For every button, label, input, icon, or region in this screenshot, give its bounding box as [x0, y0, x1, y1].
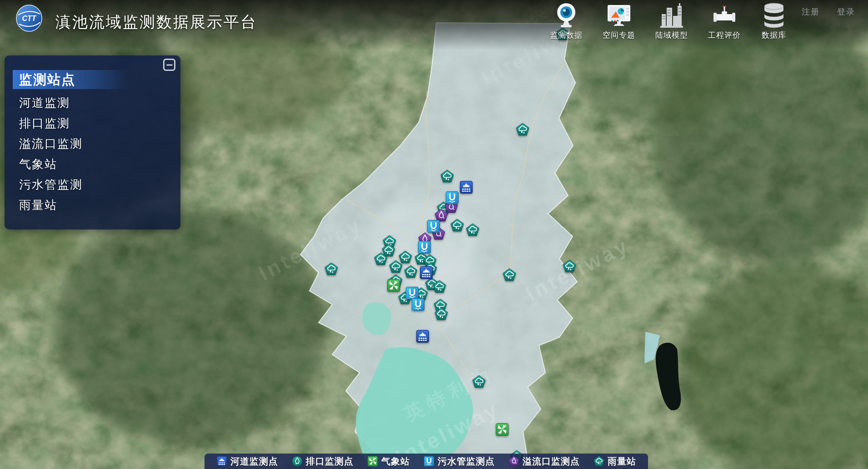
legend-item-overflow[interactable]: 溢流口监测点: [509, 455, 580, 468]
legend-label: 溢流口监测点: [523, 455, 580, 468]
panel-item-weather-station[interactable]: 气象站: [19, 154, 180, 175]
page-title: 滇池流域监测数据展示平台: [55, 12, 257, 33]
rain-station-marker[interactable]: [404, 265, 418, 279]
legend-item-river[interactable]: 河道监测点: [216, 455, 278, 468]
rain-station-marker[interactable]: [450, 219, 464, 232]
panel-item-outfall-monitoring[interactable]: 排口监测: [19, 113, 180, 134]
rain-station-marker[interactable]: [374, 252, 388, 266]
outfall-station-icon: [292, 456, 303, 467]
svg-text:CTT: CTT: [22, 15, 36, 22]
rain-station-marker[interactable]: [440, 170, 454, 183]
legend-item-weather[interactable]: 气象站: [367, 455, 410, 468]
rain-station-marker[interactable]: [433, 280, 446, 294]
auth-links: 注册 登录: [802, 6, 855, 17]
rain-station-marker[interactable]: [466, 223, 479, 237]
river-station-icon: [216, 456, 227, 467]
nav-item-project-evaluation[interactable]: 工程评价: [708, 2, 741, 40]
rain-station-marker[interactable]: [434, 307, 448, 321]
legend-label: 河道监测点: [230, 455, 278, 468]
panel-title[interactable]: 监测站点: [13, 70, 127, 89]
login-link[interactable]: 登录: [837, 6, 855, 17]
nav-label: 工程评价: [708, 30, 741, 40]
river-station-marker[interactable]: [459, 180, 473, 194]
legend-item-rain[interactable]: 雨量站: [594, 455, 636, 468]
panel-item-river-monitoring[interactable]: 河道监测: [19, 93, 180, 113]
header: CTT 滇池流域监测数据展示平台 监测数据: [0, 0, 868, 43]
nav-item-spatial-theme[interactable]: 空间专题: [603, 2, 635, 40]
weather-station-marker[interactable]: [495, 423, 509, 436]
nav-label: 陆域模型: [655, 30, 688, 40]
rain-station-marker[interactable]: [389, 260, 403, 274]
rain-station-marker[interactable]: [324, 262, 338, 276]
legend-item-sewage[interactable]: 污水管监测点: [424, 455, 495, 468]
nav-item-land-model[interactable]: 陆域模型: [655, 2, 688, 40]
panel-item-rain-station[interactable]: 雨量站: [19, 195, 180, 215]
legend-label: 排口监测点: [306, 455, 354, 468]
monitoring-stations-panel: 监测站点 河道监测 排口监测 溢流口监测 气象站 污水管监测 雨量站: [5, 55, 180, 230]
panel-item-overflow-monitoring[interactable]: 溢流口监测: [19, 134, 180, 154]
collapse-panel-button[interactable]: [163, 59, 175, 71]
database-icon: [761, 2, 787, 29]
map-legend: 河道监测点 排口监测点 气象站 污水管监测点 溢流口监测点 雨量站: [205, 454, 648, 469]
pipe-valve-icon: [712, 2, 737, 29]
main-nav: 监测数据: [550, 2, 787, 40]
nav-label: 空间专题: [603, 30, 635, 40]
nav-item-database[interactable]: 数据库: [761, 2, 787, 40]
sewage-station-marker[interactable]: [445, 191, 459, 205]
nav-item-monitor-data[interactable]: 监测数据: [550, 2, 583, 40]
river-station-marker[interactable]: [416, 329, 429, 343]
weather-station-marker[interactable]: [387, 279, 400, 292]
legend-label: 雨量站: [608, 455, 636, 468]
sewage-pipe-icon: [424, 456, 434, 467]
webcam-icon: [554, 2, 579, 29]
nav-label: 数据库: [762, 30, 786, 40]
sewage-station-marker[interactable]: [427, 220, 440, 233]
legend-item-outfall[interactable]: 排口监测点: [292, 455, 354, 468]
legend-label: 气象站: [381, 455, 410, 468]
minus-icon: [166, 64, 172, 65]
weather-station-icon: [367, 456, 378, 467]
panel-item-sewage-monitoring[interactable]: 污水管监测: [19, 175, 180, 195]
river-station-marker[interactable]: [419, 266, 433, 279]
register-link[interactable]: 注册: [802, 6, 820, 17]
nav-label: 监测数据: [550, 30, 583, 40]
company-logo-icon: CTT: [15, 4, 43, 32]
monitor-chart-icon: [606, 2, 632, 29]
city-buildings-icon: [659, 2, 684, 29]
rain-station-marker[interactable]: [516, 123, 529, 136]
overflow-station-icon: [509, 456, 519, 467]
rain-station-marker[interactable]: [563, 259, 576, 273]
legend-label: 污水管监测点: [438, 455, 495, 468]
application-window: 英特利为 Inteliway Inteliway Inteliway 英特利为 …: [0, 0, 868, 469]
sewage-station-marker[interactable]: [411, 298, 425, 311]
sewage-station-marker[interactable]: [418, 240, 431, 254]
rain-station-icon: [594, 456, 604, 467]
rain-station-marker[interactable]: [472, 375, 486, 389]
rain-station-marker[interactable]: [503, 268, 516, 282]
